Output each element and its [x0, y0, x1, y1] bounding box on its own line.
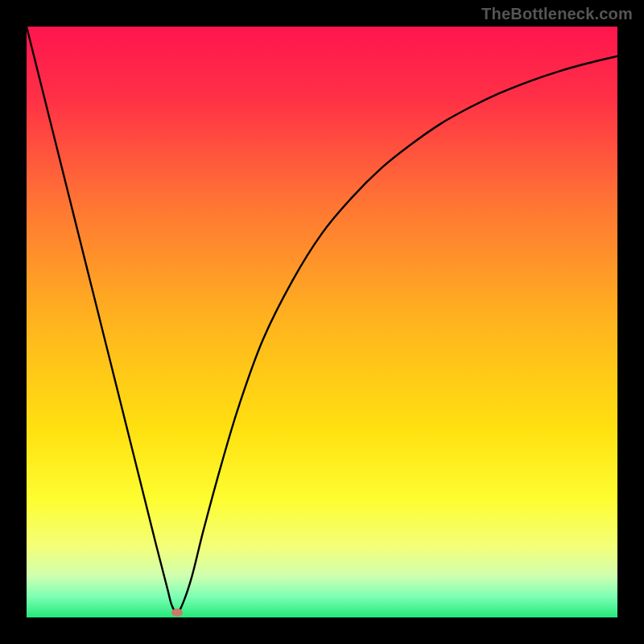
bottleneck-curve: [27, 27, 617, 617]
plot-area: [27, 27, 617, 617]
attribution-label: TheBottleneck.com: [481, 5, 633, 23]
chart-frame: TheBottleneck.com: [0, 0, 644, 644]
optimal-point-marker: [171, 609, 183, 617]
